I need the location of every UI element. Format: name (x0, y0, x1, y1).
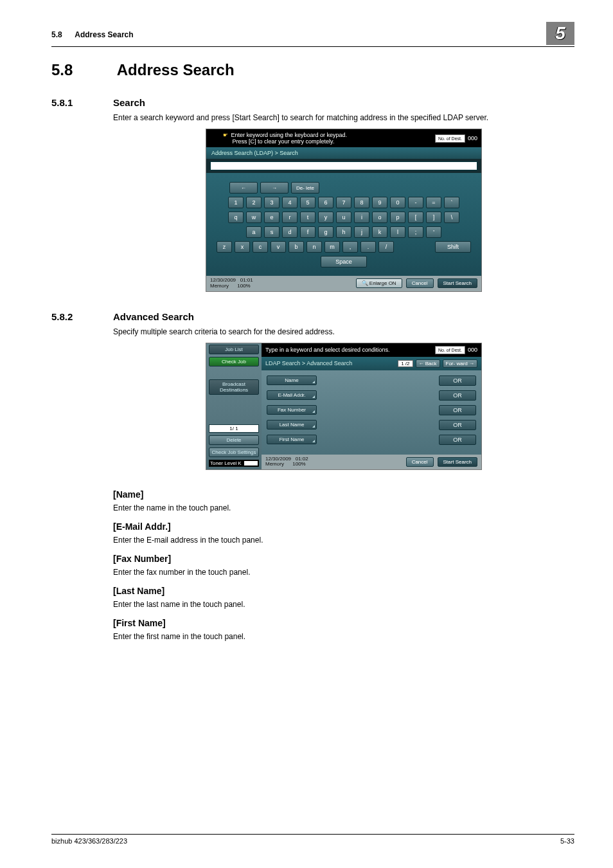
key-y[interactable]: y (318, 212, 333, 223)
back-button[interactable]: ← Back (416, 359, 440, 368)
chapter-number-badge: 5 (546, 22, 574, 45)
key-'[interactable]: ' (426, 226, 441, 238)
field-desc-fax: Enter the fax number in the touch panel. (113, 568, 574, 577)
key-t[interactable]: t (300, 212, 315, 223)
field-desc-lastname: Enter the last name in the touch panel. (113, 600, 574, 609)
page-footer: bizhub 423/363/283/223 5-33 (51, 834, 574, 845)
key-m[interactable]: m (324, 241, 340, 253)
status-datetime: 12/30/2009 01:01 Memory 100% (210, 278, 253, 289)
key-f[interactable]: f (300, 226, 315, 238)
criteria-fax-button[interactable]: Fax Number (267, 405, 317, 415)
key-s[interactable]: s (264, 226, 280, 238)
dest-counter: No. of Dest. (435, 134, 465, 143)
key-z[interactable]: z (217, 241, 232, 253)
header-section-num: 5.8 (51, 30, 62, 39)
job-list-button[interactable]: Job List (209, 345, 259, 354)
on-screen-keyboard: ← → De- lete 1234567890-=` qwertyuiop[]\… (206, 173, 481, 276)
check-job-settings-button[interactable]: Check Job Settings (209, 448, 259, 457)
subsection-heading: 5.8.2 Advanced Search (51, 311, 574, 322)
field-heading-email: [E-Mail Addr.] (113, 521, 574, 532)
key-a[interactable]: a (246, 226, 262, 238)
broadcast-dest-button[interactable]: Broadcast Destinations (209, 379, 259, 395)
breadcrumb: Address Search (LDAP) > Search (206, 147, 481, 159)
key-w[interactable]: w (246, 212, 262, 223)
field-desc-name: Enter the name in the touch panel. (113, 503, 574, 512)
key-d[interactable]: d (282, 226, 298, 238)
start-search-button[interactable]: Start Search (438, 278, 477, 288)
enlarge-button[interactable]: 🔍 Enlarge ON (356, 278, 402, 288)
forward-button[interactable]: For- ward → (443, 359, 477, 368)
criteria-firstname-button[interactable]: First Name (267, 435, 317, 444)
key-0[interactable]: 0 (390, 197, 405, 208)
key-r[interactable]: r (282, 212, 298, 223)
key-shift[interactable]: Shift (435, 241, 471, 253)
check-job-button[interactable]: Check Job (209, 357, 259, 366)
key-h[interactable]: h (336, 226, 351, 238)
criteria-email-button[interactable]: E-Mail Addr. (267, 390, 317, 400)
page-header: 5.8 Address Search 5 (51, 24, 574, 47)
criteria-lastname-button[interactable]: Last Name (267, 420, 317, 429)
key-3[interactable]: 3 (264, 197, 280, 208)
key-.[interactable]: . (360, 241, 376, 253)
key-/[interactable]: / (378, 241, 394, 253)
key-p[interactable]: p (390, 212, 405, 223)
criteria-name-button[interactable]: Name (267, 375, 317, 385)
subsection-heading: 5.8.1 Search (51, 97, 574, 108)
condition-or-button[interactable]: OR (439, 375, 476, 386)
key-9[interactable]: 9 (372, 197, 387, 208)
key-4[interactable]: 4 (282, 197, 298, 208)
hint-text: Type in a keyword and select desired con… (265, 347, 390, 353)
key-delete[interactable]: De- lete (291, 182, 319, 194)
cancel-button[interactable]: Cancel (406, 278, 434, 288)
key-c[interactable]: c (253, 241, 268, 253)
key-6[interactable]: 6 (318, 197, 333, 208)
key-e[interactable]: e (264, 212, 280, 223)
screenshot-advanced-search: Job List Check Job Broadcast Destination… (206, 343, 482, 471)
field-heading-firstname: [First Name] (113, 618, 574, 628)
key-arrow-left[interactable]: ← (229, 182, 258, 194)
key-;[interactable]: ; (408, 226, 423, 238)
key-[[interactable]: [ (408, 212, 423, 223)
key-l[interactable]: l (390, 226, 405, 238)
search-input[interactable] (210, 161, 477, 170)
dest-counter: No. of Dest. (435, 346, 465, 354)
key-q[interactable]: q (228, 212, 244, 223)
key-v[interactable]: v (271, 241, 286, 253)
key-o[interactable]: o (372, 212, 387, 223)
key-2[interactable]: 2 (246, 197, 262, 208)
key-8[interactable]: 8 (354, 197, 369, 208)
condition-or-button[interactable]: OR (439, 390, 476, 401)
start-search-button[interactable]: Start Search (438, 457, 477, 467)
cancel-button[interactable]: Cancel (406, 457, 434, 467)
delete-button[interactable]: Delete (209, 435, 259, 445)
key-1[interactable]: 1 (228, 197, 244, 208)
key-k[interactable]: k (372, 226, 387, 238)
key-arrow-right[interactable]: → (260, 182, 289, 194)
key-7[interactable]: 7 (336, 197, 351, 208)
status-datetime: 12/30/2009 01:02 Memory 100% (265, 457, 308, 468)
key-space[interactable]: Space (321, 256, 367, 267)
key-5[interactable]: 5 (300, 197, 315, 208)
subsection-lead: Enter a search keyword and press [Start … (113, 113, 574, 122)
key-=[interactable]: = (426, 197, 441, 208)
pointer-icon: ☛ (223, 132, 228, 138)
key-u[interactable]: u (336, 212, 351, 223)
key-`[interactable]: ` (444, 197, 459, 208)
field-heading-lastname: [Last Name] (113, 586, 574, 596)
condition-or-button[interactable]: OR (439, 420, 476, 430)
condition-or-button[interactable]: OR (439, 435, 476, 445)
field-desc-email: Enter the E-mail address in the touch pa… (113, 536, 574, 545)
key-\[interactable]: \ (444, 212, 459, 223)
key-x[interactable]: x (235, 241, 250, 253)
key-][interactable]: ] (426, 212, 441, 223)
key-,[interactable]: , (342, 241, 358, 253)
key--[interactable]: - (408, 197, 423, 208)
footer-page: 5-33 (560, 837, 574, 845)
key-b[interactable]: b (289, 241, 304, 253)
key-g[interactable]: g (318, 226, 333, 238)
key-j[interactable]: j (354, 226, 369, 238)
footer-model: bizhub 423/363/283/223 (51, 837, 127, 845)
key-i[interactable]: i (354, 212, 369, 223)
condition-or-button[interactable]: OR (439, 405, 476, 415)
key-n[interactable]: n (306, 241, 322, 253)
